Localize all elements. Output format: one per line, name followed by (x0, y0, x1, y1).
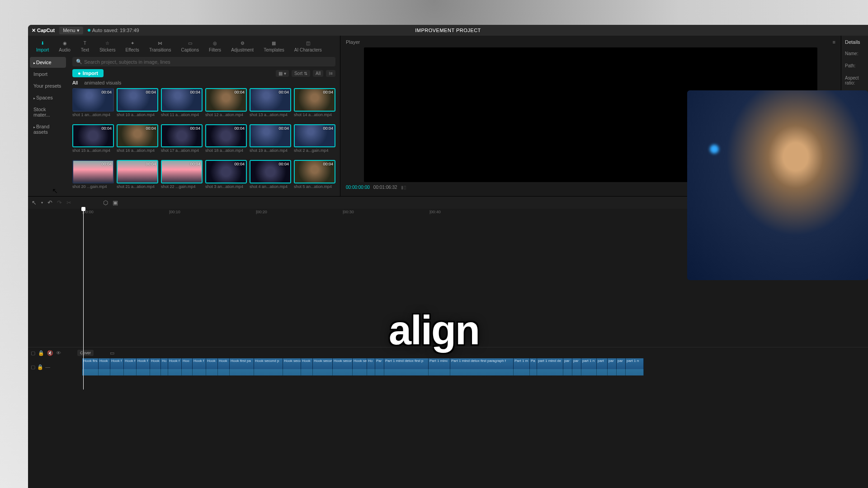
top-tab-templates[interactable]: ▦Templates (259, 38, 289, 54)
audio-clips-container[interactable]: Hook firsHookHook fHook fHook fHook fiHo… (82, 358, 868, 375)
audio-clip[interactable]: Hook f (168, 358, 182, 375)
cover-button[interactable]: Cover (77, 350, 94, 356)
split-tool[interactable]: ✂ (66, 199, 71, 206)
media-thumbnail[interactable]: 00:04 (294, 124, 335, 148)
track-visibility-icon[interactable]: 👁 (56, 350, 61, 356)
grid-view-button[interactable]: ▦ ▾ (276, 70, 289, 77)
audio-clip[interactable]: Part 1 mind detox first paragraph f (450, 358, 514, 375)
filter-tab-all[interactable]: All (72, 80, 78, 85)
audio-clip[interactable]: Hook secor (333, 358, 353, 375)
audio-clip[interactable]: Hook f (124, 358, 137, 375)
audio-clip[interactable]: Hook (218, 358, 230, 375)
audio-clip[interactable]: Part 1 minc (429, 358, 450, 375)
audio-clip[interactable]: Hook se (353, 358, 367, 375)
media-thumbnail[interactable]: 00:04 (161, 88, 203, 112)
audio-clip[interactable]: Hook firs (82, 358, 99, 375)
select-tool[interactable]: ↖ (32, 199, 37, 206)
audio-clip[interactable]: Ho (367, 358, 375, 375)
audio-clip[interactable]: Hook f (193, 358, 206, 375)
sidebar-item-import[interactable]: Import (30, 69, 66, 80)
media-thumbnail[interactable]: 00:04 (294, 88, 335, 112)
media-item[interactable]: 00:04shot 19 a...ation.mp4 (250, 124, 291, 158)
player-menu-icon[interactable]: ≡ (833, 39, 835, 45)
track-mute-icon[interactable]: 🔇 (47, 350, 53, 356)
audio-clip[interactable]: par (617, 358, 626, 375)
media-item[interactable]: 00:04shot 16 a...ation.mp4 (117, 124, 158, 158)
audio-clip[interactable]: Hook seco (283, 358, 301, 375)
audio-lock-icon[interactable]: 🔒 (37, 364, 43, 370)
audio-clip[interactable]: Hook f (110, 358, 124, 375)
player-progress[interactable]: ▮▯ (401, 185, 406, 190)
top-tab-captions[interactable]: ▭Captions (176, 38, 203, 54)
menu-button[interactable]: Menu ▾ (59, 27, 83, 34)
sidebar-item-your-presets[interactable]: Your presets (30, 80, 66, 91)
media-item[interactable]: 00:04shot 12 a...ation.mp4 (205, 88, 247, 122)
media-thumbnail[interactable]: 00:04 (205, 160, 247, 183)
search-input[interactable]: 🔍 Search project, subjects in image, lin… (72, 57, 335, 66)
media-item[interactable]: 00:04shot 10 a...ation.mp4 (117, 88, 158, 122)
audio-clip[interactable]: Hook secor (313, 358, 333, 375)
top-tab-effects[interactable]: ✦Effects (121, 38, 143, 54)
media-item[interactable]: 00:04shot 20 ...gain.mp4 (72, 160, 114, 193)
media-item[interactable]: 00:04shot 22 ...gain.mp4 (161, 160, 203, 193)
media-item[interactable]: 00:04shot 3 an...ation.mp4 (205, 160, 247, 193)
filter-toggle-button[interactable]: ⁞≡ (326, 70, 335, 77)
crop-tool[interactable]: ▣ (113, 199, 118, 206)
audio-clip[interactable]: Part 1 mind detox first p (384, 358, 429, 375)
top-tab-ai-characters[interactable]: ◫AI Characters (290, 38, 326, 54)
sidebar-item-spaces[interactable]: ▸Spaces (30, 92, 66, 103)
audio-toggle-icon[interactable]: ▢ (31, 364, 35, 370)
top-tab-stickers[interactable]: ☆Stickers (95, 38, 120, 54)
audio-clip[interactable]: part (597, 358, 608, 375)
import-button[interactable]: ● Import (72, 69, 104, 77)
top-tab-filters[interactable]: ◎Filters (204, 38, 226, 54)
top-tab-text[interactable]: TText (76, 38, 94, 54)
audio-clip[interactable]: Pa (530, 358, 537, 375)
top-tab-adjustment[interactable]: ⚙Adjustment (226, 38, 258, 54)
media-item[interactable]: 00:04shot 13 a...ation.mp4 (250, 88, 291, 122)
media-item[interactable]: 00:04shot 5 an...ation.mp4 (294, 160, 335, 193)
media-item[interactable]: 00:04shot 17 a...ation.mp4 (161, 124, 203, 158)
audio-clip[interactable]: Hook f (137, 358, 150, 375)
media-thumbnail[interactable]: 00:04 (117, 124, 158, 148)
audio-clip[interactable]: Par (375, 358, 384, 375)
media-thumbnail[interactable]: 00:04 (250, 88, 291, 112)
audio-clip[interactable]: part 1 n (581, 358, 597, 375)
media-thumbnail[interactable]: 00:04 (205, 124, 247, 148)
audio-collapse-icon[interactable]: — (45, 364, 50, 370)
track-lock-icon[interactable]: 🔒 (38, 350, 44, 356)
top-tab-import[interactable]: ⬇Import (32, 38, 53, 54)
media-thumbnail[interactable]: 00:04 (72, 124, 114, 148)
sidebar-item-stock-mater---[interactable]: Stock mater... (30, 104, 66, 120)
media-item[interactable]: 00:04shot 11 a...ation.mp4 (161, 88, 203, 122)
media-thumbnail[interactable]: 00:04 (250, 160, 291, 183)
audio-clip[interactable]: Hook (206, 358, 218, 375)
playhead[interactable] (83, 209, 84, 389)
media-thumbnail[interactable]: 00:04 (72, 88, 114, 112)
marker-tool[interactable]: ⬡ (103, 199, 108, 206)
filter-all-button[interactable]: All (313, 70, 323, 77)
media-thumbnail[interactable]: 00:04 (117, 160, 158, 183)
audio-clip[interactable]: par (608, 358, 617, 375)
top-tab-audio[interactable]: ◉Audio (54, 38, 75, 54)
top-tab-transitions[interactable]: ⋈Transitions (145, 38, 176, 54)
audio-clip[interactable]: Ho (161, 358, 168, 375)
media-item[interactable]: 00:04shot 15 a...ation.mp4 (72, 124, 114, 158)
audio-clip[interactable]: Hook first pa (230, 358, 254, 375)
audio-clip[interactable]: part 1 mind de (537, 358, 563, 375)
media-thumbnail[interactable]: 00:04 (72, 160, 114, 183)
media-item[interactable]: 00:04shot 21 a...ation.mp4 (117, 160, 158, 193)
sort-button[interactable]: Sort ⇅ (292, 70, 310, 77)
media-thumbnail[interactable]: 00:04 (117, 88, 158, 112)
redo-button[interactable]: ↷ (57, 199, 62, 206)
media-thumbnail[interactable]: 00:04 (205, 88, 247, 112)
audio-clip[interactable]: Hook (99, 358, 110, 375)
filter-tab-animated-visuals[interactable]: animated visuals (84, 80, 121, 85)
media-item[interactable]: 00:04shot 4 an...ation.mp4 (250, 160, 291, 193)
select-dropdown[interactable]: ▾ (41, 201, 43, 205)
audio-clip[interactable]: Hook (301, 358, 313, 375)
audio-clip[interactable]: part 1 n (626, 358, 644, 375)
audio-clip[interactable]: par (563, 358, 572, 375)
aspect-button[interactable]: ▭ (110, 350, 114, 356)
media-thumbnail[interactable]: 00:04 (250, 124, 291, 148)
